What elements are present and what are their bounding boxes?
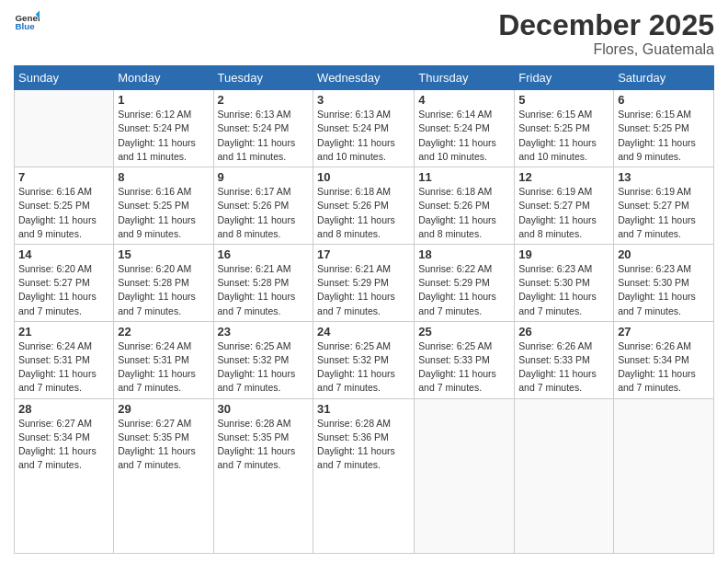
day-info: Sunrise: 6:14 AMSunset: 5:24 PMDaylight:… (418, 108, 510, 164)
calendar-cell: 7Sunrise: 6:16 AMSunset: 5:25 PMDaylight… (15, 167, 114, 245)
day-info: Sunrise: 6:22 AMSunset: 5:29 PMDaylight:… (418, 262, 510, 318)
calendar-cell: 11Sunrise: 6:18 AMSunset: 5:26 PMDayligh… (415, 167, 515, 245)
calendar-cell: 31Sunrise: 6:28 AMSunset: 5:36 PMDayligh… (313, 398, 415, 553)
calendar-cell (515, 398, 614, 553)
day-info: Sunrise: 6:12 AMSunset: 5:24 PMDaylight:… (118, 108, 209, 164)
day-number: 17 (317, 247, 410, 261)
calendar-cell: 10Sunrise: 6:18 AMSunset: 5:26 PMDayligh… (313, 167, 415, 245)
day-info: Sunrise: 6:26 AMSunset: 5:34 PMDaylight:… (618, 339, 710, 396)
day-number: 18 (418, 247, 510, 261)
day-number: 23 (218, 325, 310, 339)
calendar-cell: 9Sunrise: 6:17 AMSunset: 5:26 PMDaylight… (213, 167, 313, 245)
day-number: 5 (518, 93, 609, 107)
calendar-cell: 23Sunrise: 6:25 AMSunset: 5:32 PMDayligh… (213, 321, 313, 398)
day-info: Sunrise: 6:23 AMSunset: 5:30 PMDaylight:… (518, 262, 609, 318)
calendar-cell: 17Sunrise: 6:21 AMSunset: 5:29 PMDayligh… (313, 244, 415, 321)
day-number: 15 (118, 247, 209, 261)
logo: General Blue (14, 9, 41, 35)
day-info: Sunrise: 6:15 AMSunset: 5:25 PMDaylight:… (518, 108, 609, 164)
day-number: 8 (118, 170, 209, 184)
day-number: 16 (218, 247, 310, 261)
day-info: Sunrise: 6:27 AMSunset: 5:34 PMDaylight:… (18, 417, 109, 473)
calendar-cell (15, 90, 114, 167)
day-info: Sunrise: 6:24 AMSunset: 5:31 PMDaylight:… (118, 339, 209, 396)
day-info: Sunrise: 6:21 AMSunset: 5:28 PMDaylight:… (218, 262, 310, 318)
calendar-day-header: Monday (114, 66, 213, 90)
calendar-day-header: Thursday (415, 66, 515, 90)
calendar-cell: 21Sunrise: 6:24 AMSunset: 5:31 PMDayligh… (15, 321, 114, 398)
day-number: 13 (618, 170, 710, 184)
calendar-cell (614, 398, 714, 553)
calendar-header-row: SundayMondayTuesdayWednesdayThursdayFrid… (15, 66, 714, 90)
page-subtitle: Flores, Guatemala (498, 41, 714, 58)
day-number: 28 (18, 402, 109, 416)
calendar-cell: 6Sunrise: 6:15 AMSunset: 5:25 PMDaylight… (614, 90, 714, 167)
day-number: 12 (518, 170, 609, 184)
day-number: 9 (218, 170, 310, 184)
calendar-table: SundayMondayTuesdayWednesdayThursdayFrid… (14, 65, 714, 554)
day-number: 19 (518, 247, 609, 261)
calendar-cell: 26Sunrise: 6:26 AMSunset: 5:33 PMDayligh… (515, 321, 614, 398)
calendar-day-header: Friday (515, 66, 614, 90)
day-info: Sunrise: 6:16 AMSunset: 5:25 PMDaylight:… (18, 185, 109, 241)
day-info: Sunrise: 6:28 AMSunset: 5:36 PMDaylight:… (317, 417, 410, 473)
calendar-cell: 24Sunrise: 6:25 AMSunset: 5:32 PMDayligh… (313, 321, 415, 398)
calendar-cell: 15Sunrise: 6:20 AMSunset: 5:28 PMDayligh… (114, 244, 213, 321)
day-number: 21 (18, 325, 109, 339)
calendar-cell: 13Sunrise: 6:19 AMSunset: 5:27 PMDayligh… (614, 167, 714, 245)
calendar-day-header: Saturday (614, 66, 714, 90)
day-info: Sunrise: 6:19 AMSunset: 5:27 PMDaylight:… (618, 185, 710, 241)
day-info: Sunrise: 6:15 AMSunset: 5:25 PMDaylight:… (618, 108, 710, 164)
calendar-cell: 19Sunrise: 6:23 AMSunset: 5:30 PMDayligh… (515, 244, 614, 321)
day-number: 3 (317, 93, 410, 107)
day-info: Sunrise: 6:21 AMSunset: 5:29 PMDaylight:… (317, 262, 410, 318)
day-info: Sunrise: 6:28 AMSunset: 5:35 PMDaylight:… (218, 417, 310, 473)
calendar-cell (415, 398, 515, 553)
calendar-day-header: Wednesday (313, 66, 415, 90)
day-number: 4 (418, 93, 510, 107)
logo-icon: General Blue (14, 9, 40, 35)
day-info: Sunrise: 6:16 AMSunset: 5:25 PMDaylight:… (118, 185, 209, 241)
day-number: 20 (618, 247, 710, 261)
calendar-cell: 25Sunrise: 6:25 AMSunset: 5:33 PMDayligh… (415, 321, 515, 398)
day-info: Sunrise: 6:25 AMSunset: 5:33 PMDaylight:… (418, 339, 510, 396)
day-number: 1 (118, 93, 209, 107)
calendar-cell: 5Sunrise: 6:15 AMSunset: 5:25 PMDaylight… (515, 90, 614, 167)
day-info: Sunrise: 6:26 AMSunset: 5:33 PMDaylight:… (518, 339, 609, 396)
day-info: Sunrise: 6:23 AMSunset: 5:30 PMDaylight:… (618, 262, 710, 318)
day-number: 11 (418, 170, 510, 184)
day-info: Sunrise: 6:19 AMSunset: 5:27 PMDaylight:… (518, 185, 609, 241)
day-number: 7 (18, 170, 109, 184)
calendar-day-header: Sunday (15, 66, 114, 90)
day-number: 25 (418, 325, 510, 339)
day-info: Sunrise: 6:18 AMSunset: 5:26 PMDaylight:… (317, 185, 410, 241)
page-title: December 2025 (498, 9, 714, 41)
day-info: Sunrise: 6:24 AMSunset: 5:31 PMDaylight:… (18, 339, 109, 396)
calendar-cell: 20Sunrise: 6:23 AMSunset: 5:30 PMDayligh… (614, 244, 714, 321)
calendar-cell: 1Sunrise: 6:12 AMSunset: 5:24 PMDaylight… (114, 90, 213, 167)
day-number: 2 (218, 93, 310, 107)
day-info: Sunrise: 6:18 AMSunset: 5:26 PMDaylight:… (418, 185, 510, 241)
day-info: Sunrise: 6:25 AMSunset: 5:32 PMDaylight:… (317, 339, 410, 396)
day-info: Sunrise: 6:27 AMSunset: 5:35 PMDaylight:… (118, 417, 209, 473)
day-number: 10 (317, 170, 410, 184)
day-info: Sunrise: 6:20 AMSunset: 5:28 PMDaylight:… (118, 262, 209, 318)
calendar-cell: 28Sunrise: 6:27 AMSunset: 5:34 PMDayligh… (15, 398, 114, 553)
calendar-cell: 3Sunrise: 6:13 AMSunset: 5:24 PMDaylight… (313, 90, 415, 167)
calendar-cell: 12Sunrise: 6:19 AMSunset: 5:27 PMDayligh… (515, 167, 614, 245)
day-info: Sunrise: 6:20 AMSunset: 5:27 PMDaylight:… (18, 262, 109, 318)
day-number: 30 (218, 402, 310, 416)
calendar-cell: 18Sunrise: 6:22 AMSunset: 5:29 PMDayligh… (415, 244, 515, 321)
calendar-cell: 14Sunrise: 6:20 AMSunset: 5:27 PMDayligh… (15, 244, 114, 321)
title-block: December 2025 Flores, Guatemala (498, 9, 714, 58)
calendar-cell: 22Sunrise: 6:24 AMSunset: 5:31 PMDayligh… (114, 321, 213, 398)
calendar-cell: 16Sunrise: 6:21 AMSunset: 5:28 PMDayligh… (213, 244, 313, 321)
calendar-cell: 8Sunrise: 6:16 AMSunset: 5:25 PMDaylight… (114, 167, 213, 245)
calendar-cell: 4Sunrise: 6:14 AMSunset: 5:24 PMDaylight… (415, 90, 515, 167)
header: General Blue December 2025 Flores, Guate… (14, 9, 714, 58)
day-number: 24 (317, 325, 410, 339)
calendar-cell: 30Sunrise: 6:28 AMSunset: 5:35 PMDayligh… (213, 398, 313, 553)
day-number: 27 (618, 325, 710, 339)
day-number: 22 (118, 325, 209, 339)
calendar-cell: 29Sunrise: 6:27 AMSunset: 5:35 PMDayligh… (114, 398, 213, 553)
